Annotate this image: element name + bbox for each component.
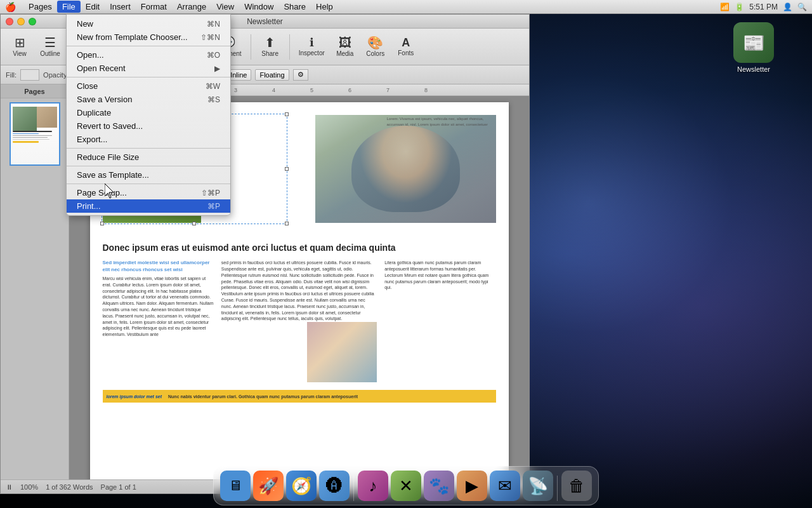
dock-appstore[interactable]: 🅐	[319, 471, 350, 501]
handle-bm[interactable]	[192, 222, 196, 225]
menubar-item-share[interactable]: Share	[278, 1, 311, 13]
user-icon: 👤	[783, 3, 792, 11]
floating-btn[interactable]: Floating	[255, 69, 289, 81]
menu-revert[interactable]: Revert to Saved...	[67, 119, 230, 133]
menu-duplicate[interactable]: Duplicate	[67, 106, 230, 119]
menu-open-shortcut: ⌘O	[207, 51, 220, 60]
menu-page-setup-label: Page Setup...	[77, 188, 127, 197]
menu-sep-4	[67, 166, 230, 166]
menu-open[interactable]: Open... ⌘O	[67, 48, 230, 62]
apple-menu[interactable]: 🍎	[5, 2, 16, 12]
dock-pages2[interactable]: 📡	[523, 471, 553, 501]
menubar-item-insert[interactable]: Insert	[105, 1, 136, 13]
menu-save-version-shortcut: ⌘S	[207, 95, 220, 104]
menubar-item-file[interactable]: File	[57, 1, 81, 13]
pause-icon: ⏸	[6, 483, 13, 491]
menu-page-setup-shortcut: ⇧⌘P	[201, 189, 220, 197]
menubar-item-window[interactable]: Window	[239, 1, 278, 13]
menu-new-template-shortcut: ⇧⌘N	[200, 33, 220, 42]
menu-sep-3	[67, 148, 230, 149]
traffic-lights	[6, 18, 36, 25]
desktop-newsletter-icon[interactable]: 📰 Newsletter	[733, 22, 774, 73]
dock-launchpad[interactable]: 🚀	[253, 471, 284, 501]
menu-duplicate-label: Duplicate	[77, 108, 111, 117]
page-info: Page 1 of 1	[101, 483, 136, 491]
toolbar-media-btn[interactable]: 🖼 Media	[331, 34, 359, 60]
share-icon: ⬆	[265, 36, 275, 49]
sidebar-header: Pages	[1, 84, 69, 98]
toolbar-inspector-btn[interactable]: ℹ Inspector	[295, 34, 329, 59]
newsletter-icon-label: Newsletter	[737, 65, 770, 73]
menubar-item-format[interactable]: Format	[136, 1, 172, 13]
spotlight-icon[interactable]: 🔍	[797, 3, 807, 11]
menu-open-recent-arrow: ▶	[214, 64, 220, 73]
newsletter-icon-img: 📰	[733, 22, 774, 63]
handle-bl[interactable]	[100, 222, 104, 225]
toolbar-view-btn[interactable]: ⊞ View	[6, 34, 34, 60]
dock-safari[interactable]: 🧭	[286, 471, 317, 501]
menubar-item-edit[interactable]: Edit	[81, 1, 105, 13]
doc-yellow-bar: lorem ipsum dolor met set Nunc nabis vid…	[103, 390, 496, 403]
menu-print[interactable]: Print... ⌘P	[67, 199, 230, 213]
menu-new-template[interactable]: New from Template Chooser... ⇧⌘N	[67, 30, 230, 44]
toolbar-outline-label: Outline	[40, 50, 60, 57]
wifi-icon: 📶	[720, 3, 730, 11]
page-thumbnail-1[interactable]	[10, 102, 60, 166]
close-button[interactable]	[6, 18, 13, 25]
menu-close[interactable]: Close ⌘W	[67, 79, 230, 93]
menu-sep-1	[67, 46, 230, 46]
menu-reduce-size[interactable]: Reduce File Size	[67, 150, 230, 164]
toolbar-fonts-btn[interactable]: A Fonts	[392, 34, 420, 59]
menu-save-version-label: Save a Version	[77, 95, 132, 104]
dock-osx[interactable]: 🐾	[424, 471, 454, 501]
file-menu: New ⌘N New from Template Chooser... ⇧⌘N …	[66, 14, 231, 216]
maximize-button[interactable]	[29, 18, 36, 25]
sidebar: Pages	[1, 84, 69, 479]
toolbar-sep-3	[251, 34, 251, 60]
handle-br[interactable]	[285, 222, 289, 225]
battery-icon: 🔋	[735, 3, 744, 11]
dock-dvd[interactable]: ▶	[457, 471, 487, 501]
toolbar-share-btn[interactable]: ⬆ Share	[256, 34, 284, 60]
toolbar-colors-btn[interactable]: 🎨 Colors	[362, 34, 390, 60]
doc-content: Donec ipsum eras ut euismod ante orci lu…	[103, 242, 496, 403]
zoom-level: 100%	[20, 483, 38, 491]
menu-save-template[interactable]: Save as Template...	[67, 168, 230, 182]
menu-close-label: Close	[77, 81, 98, 91]
toolbar-media-label: Media	[336, 50, 353, 57]
handle-tr[interactable]	[285, 112, 289, 116]
fill-label: Fill:	[6, 71, 16, 79]
dock-mail[interactable]: ✉	[490, 471, 520, 501]
dock-sep-1	[353, 476, 354, 501]
menu-save-template-label: Save as Template...	[77, 170, 149, 180]
menu-print-label: Print...	[77, 201, 101, 211]
fonts-icon: A	[402, 37, 410, 48]
menu-save-version[interactable]: Save a Version ⌘S	[67, 93, 230, 106]
dock-finder[interactable]: 🖥	[220, 471, 251, 501]
inspector-icon: ℹ	[310, 37, 314, 48]
menu-new-shortcut: ⌘N	[207, 20, 220, 29]
menubar-item-arrange[interactable]: Arrange	[172, 1, 211, 13]
toolbar-outline-btn[interactable]: ☰ Outline	[36, 34, 64, 60]
dock: 🖥 🚀 🧭 🅐 ♪ ✕ 🐾 ▶ ✉ 📡 🗑	[213, 466, 599, 505]
media-icon: 🖼	[339, 36, 351, 49]
menubar-item-help[interactable]: Help	[311, 1, 338, 13]
menubar-item-view[interactable]: View	[211, 1, 239, 13]
menu-new[interactable]: New ⌘N	[67, 17, 230, 30]
dock-xcode[interactable]: ✕	[391, 471, 421, 501]
fill-color-swatch[interactable]	[20, 69, 39, 81]
menu-page-setup[interactable]: Page Setup... ⇧⌘P	[67, 186, 230, 199]
menu-open-recent[interactable]: Open Recent ▶	[67, 62, 230, 75]
dock-sep-2	[557, 476, 558, 501]
menu-export[interactable]: Export...	[67, 133, 230, 146]
dock-itunes[interactable]: ♪	[358, 471, 388, 501]
dock-trash[interactable]: 🗑	[561, 471, 592, 501]
view-icon: ⊞	[15, 36, 25, 49]
toolbar-sep-4	[289, 34, 290, 60]
format-more-btn[interactable]: ⚙	[293, 69, 308, 81]
doc-col-2: sed primis in faucibus orci luctus et ul…	[221, 260, 377, 385]
opacity-label: Opacity:	[43, 71, 69, 79]
minimize-button[interactable]	[17, 18, 25, 25]
menubar-item-pages[interactable]: Pages	[23, 1, 57, 13]
handle-mr[interactable]	[285, 167, 289, 171]
